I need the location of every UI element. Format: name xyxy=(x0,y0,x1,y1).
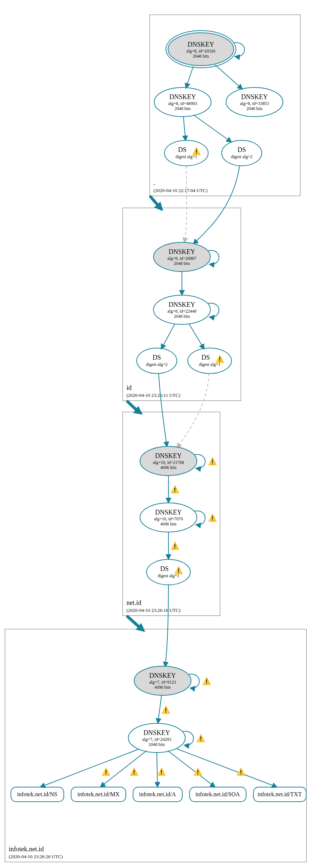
svg-text:alg=8, id=20326: alg=8, id=20326 xyxy=(186,48,215,54)
svg-text:2048 bits: 2048 bits xyxy=(175,106,191,111)
svg-text:digest alg=1: digest alg=1 xyxy=(199,362,220,367)
svg-text:infotek.net.id/MX: infotek.net.id/MX xyxy=(77,791,120,797)
warning-icon: ⚠️ xyxy=(208,513,217,522)
svg-text:4096 bits: 4096 bits xyxy=(160,521,177,527)
svg-text:DS: DS xyxy=(237,146,246,153)
warning-icon: ⚠️ xyxy=(208,457,217,466)
svg-text:infotek.net.id/SOA: infotek.net.id/SOA xyxy=(195,791,240,797)
svg-text:alg=8, id=22449: alg=8, id=22449 xyxy=(167,309,197,314)
leaf-mx: infotek.net.id/MX xyxy=(71,787,126,802)
svg-text:alg=7, id=24293: alg=7, id=24293 xyxy=(142,737,171,742)
node-root-zsk2: DNSKEY alg=8, id=33853 2048 bits xyxy=(226,87,283,117)
warning-icon: ⚠️ xyxy=(193,767,202,776)
svg-text:infotek.net.id/NS: infotek.net.id/NS xyxy=(17,791,57,797)
svg-text:alg=10, id=7070: alg=10, id=7070 xyxy=(154,516,183,521)
warning-icon: ⚠️ xyxy=(196,734,205,743)
node-inf-ksk: DNSKEY alg=7, id=9123 4096 bits xyxy=(134,666,191,695)
svg-text:DNSKEY: DNSKEY xyxy=(168,248,195,255)
warning-icon: ⚠️ xyxy=(101,767,110,776)
warning-icon: ⚠️ xyxy=(170,541,179,550)
node-root-ds2: DS digest alg=2 xyxy=(222,140,262,166)
warning-icon: ⚠️ xyxy=(236,767,245,776)
leaf-ns: infotek.net.id/NS xyxy=(11,787,64,802)
svg-text:DS: DS xyxy=(152,354,161,361)
svg-text:DNSKEY: DNSKEY xyxy=(143,729,170,736)
svg-text:4096 bits: 4096 bits xyxy=(155,685,171,690)
svg-text:DNSKEY: DNSKEY xyxy=(155,509,182,516)
svg-text:DNSKEY: DNSKEY xyxy=(241,93,268,101)
svg-text:alg=8, id=33853: alg=8, id=33853 xyxy=(240,101,269,106)
node-netid-zsk: DNSKEY alg=10, id=7070 4096 bits xyxy=(140,503,197,532)
warning-icon: ⚠️ xyxy=(161,705,170,714)
warning-icon: ⚠️ xyxy=(157,767,166,776)
node-id-ksk: DNSKEY alg=8, id=26887 2048 bits xyxy=(153,242,210,271)
leaf-a: infotek.net.id/A xyxy=(133,787,182,802)
leaf-txt: infotek.net.id/TXT xyxy=(253,787,306,802)
svg-text:alg=8, id=48903: alg=8, id=48903 xyxy=(168,101,197,106)
node-root-ksk: DNSKEY alg=8, id=20326 2048 bits xyxy=(166,31,236,68)
svg-text:alg=8, id=26887: alg=8, id=26887 xyxy=(167,256,197,261)
svg-text:2048 bits: 2048 bits xyxy=(174,314,190,319)
node-id-ds2: DS digest alg=2 xyxy=(137,348,177,374)
leaf-soa: infotek.net.id/SOA xyxy=(190,787,246,802)
svg-text:2048 bits: 2048 bits xyxy=(149,742,165,747)
node-id-zsk: DNSKEY alg=8, id=22449 2048 bits xyxy=(153,295,210,324)
svg-text:digest alg=1: digest alg=1 xyxy=(158,573,179,578)
svg-text:DS: DS xyxy=(201,354,210,361)
svg-text:DNSKEY: DNSKEY xyxy=(187,41,214,48)
warning-icon: ⚠️ xyxy=(129,767,139,776)
svg-text:DNSKEY: DNSKEY xyxy=(168,301,195,308)
svg-text:2048 bits: 2048 bits xyxy=(193,54,209,59)
warning-icon: ⚠️ xyxy=(170,485,179,494)
node-id-ds1: DS ⚠️ digest alg=1 xyxy=(188,348,232,374)
svg-text:digest alg=2: digest alg=2 xyxy=(231,154,252,159)
svg-text:alg=10, id=21768: alg=10, id=21768 xyxy=(153,460,184,465)
svg-text:digest alg=2: digest alg=2 xyxy=(146,362,167,367)
svg-text:DNSKEY: DNSKEY xyxy=(155,452,182,460)
svg-text:DNSKEY: DNSKEY xyxy=(169,93,196,101)
warning-icon: ⚠️ xyxy=(202,677,211,685)
svg-text:4096 bits: 4096 bits xyxy=(160,465,177,470)
svg-text:2048 bits: 2048 bits xyxy=(246,106,263,111)
svg-text:2048 bits: 2048 bits xyxy=(174,261,190,266)
svg-text:DS: DS xyxy=(160,565,168,572)
node-root-zsk1: DNSKEY alg=8, id=48903 2048 bits xyxy=(154,87,211,117)
svg-text:alg=7, id=9123: alg=7, id=9123 xyxy=(149,680,176,685)
node-netid-ds1: DS ⚠️ digest alg=1 xyxy=(147,559,190,585)
node-netid-ksk: DNSKEY alg=10, id=21768 4096 bits xyxy=(140,446,197,476)
svg-text:digest alg=1: digest alg=1 xyxy=(175,154,197,159)
svg-text:DS: DS xyxy=(178,146,186,153)
node-inf-zsk: DNSKEY alg=7, id=24293 2048 bits xyxy=(128,723,185,752)
svg-text:infotek.net.id/TXT: infotek.net.id/TXT xyxy=(258,791,302,797)
svg-text:DNSKEY: DNSKEY xyxy=(149,672,176,679)
node-root-ds1: DS ⚠️ digest alg=1 xyxy=(164,140,208,166)
svg-text:infotek.net.id/A: infotek.net.id/A xyxy=(139,791,176,797)
